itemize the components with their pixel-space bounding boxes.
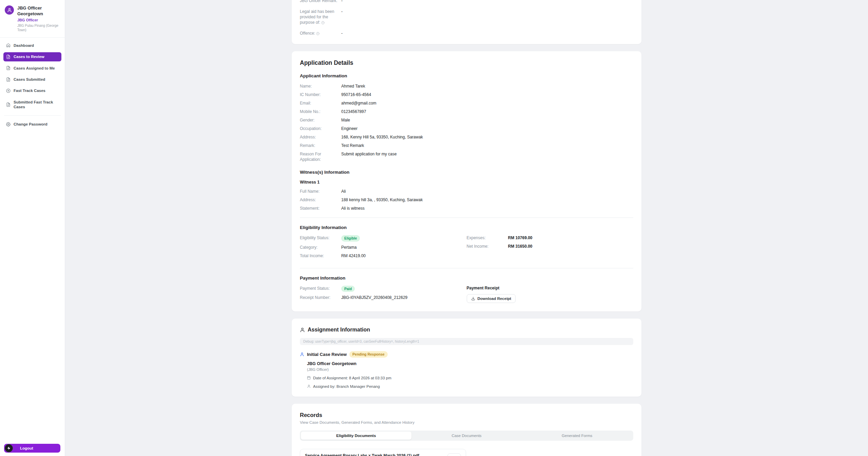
- row-value: 168, Kenny Hill 5a, 93350, Kuching, Sara…: [341, 134, 423, 140]
- detail-row: Email:ahmed@gmail.com: [300, 100, 633, 106]
- row-value: -: [341, 0, 343, 3]
- sidebar-item-label: Cases to Review: [14, 54, 44, 59]
- sidebar-divider: [4, 115, 61, 116]
- detail-row: Address:168, Kenny Hill 5a, 93350, Kuchi…: [300, 134, 633, 140]
- application-details-card: Application Details Applicant Informatio…: [292, 51, 641, 311]
- profile-section: JBG Officer Georgetown JBG Officer JBG P…: [0, 0, 65, 37]
- profile-org: JBG Pulau Pinang (George Town): [17, 23, 60, 33]
- step-title: Initial Case Review: [307, 352, 347, 357]
- row-label: Address:: [300, 197, 341, 203]
- row-label: Occupation:: [300, 126, 341, 131]
- payment-receipt-label: Payment Receipt: [467, 286, 634, 290]
- sidebar-item-fast-track-cases[interactable]: Fast Track Cases: [3, 86, 61, 95]
- row-label: Payment Status:: [300, 286, 341, 292]
- tab-generated-forms[interactable]: Generated Forms: [522, 432, 632, 440]
- detail-row: Offence: -: [300, 31, 633, 36]
- sidebar-item-cases-to-review[interactable]: Cases to Review: [3, 52, 61, 61]
- detail-row: Receipt Number:JBG-I0YABJ5ZV_20260408_21…: [300, 295, 467, 300]
- row-value: Submit application for my case: [341, 151, 397, 162]
- row-label: Offence:: [300, 31, 341, 36]
- sidebar-item-cases-assigned-to-me[interactable]: Cases Assigned to Me: [3, 64, 61, 73]
- sidebar-item-dashboard[interactable]: Dashboard: [3, 41, 61, 50]
- row-label: Reason For Application:: [300, 151, 341, 162]
- document-title: Service Agreement Rosary Labs x Tarek Ma…: [305, 453, 419, 456]
- detail-row: Name:Ahmed Tarek: [300, 83, 633, 89]
- document-list-item: Service Agreement Rosary Labs x Tarek Ma…: [300, 449, 466, 456]
- eligibility-columns: Eligibility Status: Eligible Category:Pe…: [300, 235, 633, 262]
- sidebar-nav: Dashboard Cases to Review Cases Assigned…: [0, 38, 65, 135]
- detail-row: Address:188 kenny hill 3a, , 93350, Kuch…: [300, 197, 633, 203]
- profile-role: JBG Officer: [17, 18, 60, 22]
- row-label: Receipt Number:: [300, 295, 341, 300]
- lightning-icon: [7, 446, 11, 450]
- section-divider: [300, 217, 633, 218]
- row-value: RM 31650.00: [508, 244, 533, 249]
- document-icon: [6, 102, 11, 107]
- assigned-by: Assigned by: Branch Manager Penang: [313, 384, 380, 388]
- download-icon: [471, 297, 475, 301]
- row-label: Legal aid has been provided for the purp…: [300, 9, 341, 25]
- sidebar-item-submitted-fast-track-cases[interactable]: Submitted Fast Track Cases: [3, 98, 61, 112]
- row-label: Statement:: [300, 206, 341, 211]
- page-title: Application Details: [300, 59, 633, 66]
- detail-row: JBG Officer Remark: -: [300, 0, 633, 3]
- detail-row: Total Income:RM 42419.00: [300, 253, 467, 259]
- document-icon: [6, 55, 11, 59]
- payment-information-heading: Payment Information: [300, 276, 633, 281]
- profile-name: JBG Officer Georgetown: [17, 5, 60, 17]
- row-label: Remark:: [300, 143, 341, 148]
- row-value: Ahmed Tarek: [341, 83, 365, 89]
- row-value: 950716-65-4564: [341, 92, 371, 97]
- assignment-date: Date of Assignment: 8 April 2026 at 03:3…: [313, 376, 391, 380]
- detail-row: Gender:Male: [300, 117, 633, 123]
- calendar-icon: [307, 376, 311, 380]
- tab-case-documents[interactable]: Case Documents: [411, 432, 522, 440]
- debug-bar: Debug: userType=jbg_officer, userId=3, c…: [300, 338, 633, 345]
- records-card: Records View Case Documents, Generated F…: [292, 404, 641, 456]
- document-icon: [6, 77, 11, 82]
- info-icon[interactable]: [316, 32, 320, 35]
- sidebar-item-change-password[interactable]: Change Password: [3, 120, 61, 129]
- dev-tools-button[interactable]: [5, 444, 13, 452]
- person-icon: [307, 384, 311, 388]
- row-label: Full Name:: [300, 189, 341, 194]
- tab-eligibility-documents[interactable]: Eligibility Documents: [301, 432, 411, 440]
- download-receipt-button[interactable]: Download Receipt: [467, 294, 516, 303]
- witness-1-heading: Witness 1: [300, 180, 633, 185]
- row-value: -: [341, 9, 343, 25]
- detail-row: Category:Pertama: [300, 245, 467, 250]
- person-icon: [300, 352, 304, 357]
- download-receipt-label: Download Receipt: [478, 297, 512, 301]
- section-divider: [300, 268, 633, 268]
- document-icon: [6, 66, 11, 70]
- step-details: JBG Officer Georgetown (JBG Officer) Dat…: [307, 361, 633, 388]
- person-icon: [7, 8, 12, 13]
- detail-row: Reason For Application:Submit applicatio…: [300, 151, 633, 162]
- detail-row: Legal aid has been provided for the purp…: [300, 9, 633, 25]
- detail-row: Full Name:Ali: [300, 189, 633, 194]
- row-value: Ali is witness: [341, 206, 365, 211]
- row-label: Category:: [300, 245, 341, 250]
- assigned-by-row: Assigned by: Branch Manager Penang: [307, 384, 633, 388]
- row-value: JBG-I0YABJ5ZV_20260408_212629: [341, 295, 407, 300]
- row-value: ahmed@gmail.com: [341, 100, 377, 106]
- row-label: Gender:: [300, 117, 341, 123]
- row-value: Pertama: [341, 245, 356, 250]
- records-tabs: Eligibility Documents Case Documents Gen…: [300, 431, 633, 441]
- assignment-step: Initial Case Review Pending Response: [300, 351, 633, 358]
- step-status-badge: Pending Response: [349, 351, 388, 358]
- records-subtitle: View Case Documents, Generated Forms, an…: [300, 420, 633, 424]
- assignment-title: Assignment Information: [308, 327, 370, 333]
- profile-text: JBG Officer Georgetown JBG Officer JBG P…: [17, 5, 60, 33]
- sidebar-item-label: Dashboard: [14, 43, 34, 48]
- applicant-information-heading: Applicant Information: [300, 73, 633, 78]
- sidebar-item-cases-submitted[interactable]: Cases Submitted: [3, 75, 61, 84]
- info-icon[interactable]: [321, 21, 325, 24]
- document-download-button[interactable]: [447, 453, 461, 456]
- row-value: 01234567897: [341, 109, 366, 114]
- detail-row: Remark:Test Remark: [300, 143, 633, 148]
- payment-status-badge: Paid: [341, 286, 355, 292]
- home-icon: [6, 43, 11, 48]
- row-value: RM 42419.00: [341, 253, 366, 259]
- eligibility-status-badge: Eligible: [341, 235, 360, 242]
